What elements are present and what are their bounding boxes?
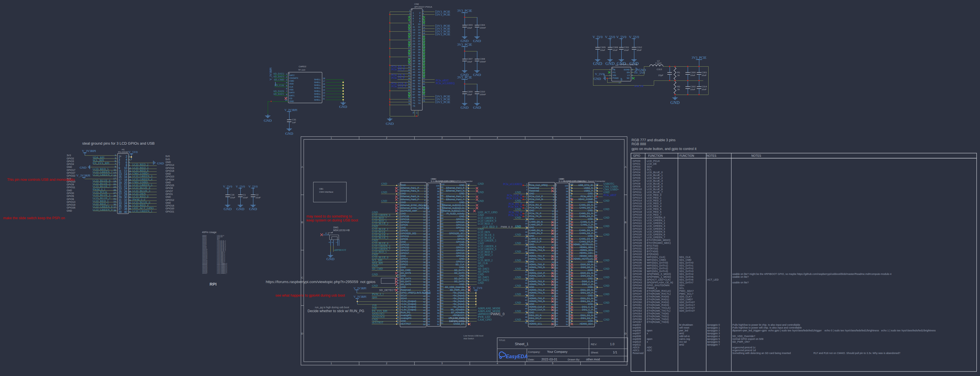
svg-text:77: 77 bbox=[441, 248, 444, 250]
svg-text:GND: GND bbox=[473, 105, 481, 110]
svg-text:usable on lite?: usable on lite? bbox=[732, 281, 749, 284]
svg-text:5V0: 5V0 bbox=[165, 155, 170, 158]
svg-text:&expgpio 3: &expgpio 3 bbox=[707, 332, 720, 335]
svg-text:24: 24 bbox=[397, 248, 399, 250]
svg-text:PWR LED example 2: PWR LED example 2 bbox=[450, 317, 468, 320]
svg-text:48: 48 bbox=[556, 317, 558, 320]
svg-text:37: 37 bbox=[552, 287, 554, 289]
svg-text:ETH(RGMII_RXD0): ETH(RGMII_RXD0) bbox=[647, 295, 669, 298]
svg-text:SPI(SPIFLASH_CE_N): SPI(SPIFLASH_CE_N) bbox=[647, 281, 673, 284]
svg-text:21: 21 bbox=[428, 241, 430, 244]
svg-text:57: 57 bbox=[566, 306, 568, 309]
svg-text:PWM1_0: PWM1_0 bbox=[490, 312, 505, 316]
svg-text:72: 72 bbox=[437, 264, 439, 266]
svg-text:34: 34 bbox=[423, 55, 425, 57]
svg-text:GPIO19: GPIO19 bbox=[67, 203, 75, 206]
svg-text:+5v_(Input): +5v_(Input) bbox=[453, 306, 465, 308]
svg-text:USB2_P: USB2_P bbox=[584, 190, 593, 192]
svg-text:GPIO51: GPIO51 bbox=[633, 304, 642, 306]
svg-text:V_3V3RPI: V_3V3RPI bbox=[76, 174, 91, 177]
svg-text:HDMI1_TX0_P: HDMI1_TX0_P bbox=[529, 263, 545, 266]
svg-text:Ethernet_Pair2_P: Ethernet_Pair2_P bbox=[446, 198, 465, 201]
svg-text:GND: GND bbox=[603, 276, 609, 279]
svg-text:LCD_GREEN_0: LCD_GREEN_0 bbox=[647, 216, 665, 219]
svg-text:53: 53 bbox=[408, 83, 410, 85]
svg-text:16: 16 bbox=[423, 29, 425, 31]
svg-text:36: 36 bbox=[556, 284, 558, 286]
svg-text:50: 50 bbox=[525, 322, 527, 324]
svg-text:GND: GND bbox=[386, 121, 394, 126]
svg-text:74: 74 bbox=[441, 257, 444, 259]
svg-text:71: 71 bbox=[437, 267, 439, 269]
svg-text:GND: GND bbox=[478, 242, 484, 245]
svg-text:ACT_LED: ACT_LED bbox=[707, 278, 719, 281]
svg-text:97: 97 bbox=[441, 191, 444, 194]
svg-text:2: 2 bbox=[386, 137, 387, 139]
svg-text:42: 42 bbox=[423, 66, 425, 68]
svg-text:27: 27 bbox=[413, 48, 415, 51]
svg-text:26: 26 bbox=[556, 255, 558, 258]
svg-text:90: 90 bbox=[437, 213, 439, 215]
svg-text:make the slide switch keep the: make the slide switch keep the PSPi on bbox=[3, 216, 65, 220]
svg-text:SD_DAT2: SD_DAT2 bbox=[454, 280, 465, 283]
svg-text:22: 22 bbox=[423, 244, 425, 247]
svg-text:84: 84 bbox=[441, 228, 444, 231]
svg-text:36: 36 bbox=[525, 282, 527, 284]
svg-text:1: 1 bbox=[526, 183, 527, 185]
svg-text:17: 17 bbox=[428, 230, 430, 233]
svg-text:33: 33 bbox=[408, 55, 410, 57]
svg-text:HDMI0_SCL: HDMI0_SCL bbox=[529, 323, 542, 325]
svg-text:GND: GND bbox=[529, 201, 535, 203]
svg-text:GND: GND bbox=[401, 275, 406, 277]
svg-text:GPIO17: GPIO17 bbox=[67, 169, 75, 172]
svg-text:92: 92 bbox=[595, 206, 597, 208]
svg-text:27: 27 bbox=[525, 257, 527, 259]
svg-text:3: 3 bbox=[398, 189, 399, 191]
svg-text:GPIO32: GPIO32 bbox=[633, 250, 642, 253]
svg-text:55: 55 bbox=[437, 312, 439, 314]
svg-text:23: 23 bbox=[423, 247, 425, 249]
svg-text:GPIO16: GPIO16 bbox=[165, 204, 174, 207]
svg-text:GND: GND bbox=[588, 235, 593, 237]
svg-text:C2: C2 bbox=[256, 193, 259, 196]
svg-text:18: 18 bbox=[129, 178, 131, 182]
svg-text:48: 48 bbox=[418, 76, 420, 79]
svg-text:2: 2 bbox=[556, 187, 557, 190]
svg-text:&expgpio 0: &expgpio 0 bbox=[707, 323, 720, 326]
svg-text:exp510: exp510 bbox=[633, 340, 641, 343]
svg-text:69: 69 bbox=[595, 271, 597, 273]
svg-text:LCD_GREEN_6: LCD_GREEN_6 bbox=[372, 214, 390, 217]
svg-text:56: 56 bbox=[566, 309, 568, 312]
svg-text:49: 49 bbox=[397, 319, 399, 321]
svg-text:GPIO11: GPIO11 bbox=[633, 191, 642, 193]
svg-text:PCIe_TX_N: PCIe_TX_N bbox=[529, 215, 542, 218]
svg-text:79: 79 bbox=[566, 244, 568, 246]
svg-text:28: 28 bbox=[129, 193, 131, 196]
svg-text:CAM1_C_N: CAM1_C_N bbox=[581, 221, 593, 223]
svg-text:15: 15 bbox=[556, 224, 558, 226]
svg-text:SD_CLK: SD_CLK bbox=[455, 263, 465, 266]
svg-text:GPIO29: GPIO29 bbox=[633, 242, 642, 244]
svg-text:GND: GND bbox=[603, 284, 609, 287]
svg-text:WIFI(SD1_DATA3): WIFI(SD1_DATA3) bbox=[647, 270, 668, 272]
svg-text:10: 10 bbox=[418, 23, 420, 25]
svg-text:79: 79 bbox=[437, 244, 439, 247]
svg-text:34: 34 bbox=[428, 278, 430, 280]
svg-text:Ethernet_Pair2_N: Ethernet_Pair2_N bbox=[446, 195, 464, 198]
svg-text:10: 10 bbox=[129, 167, 131, 170]
svg-text:CLK: CLK bbox=[289, 86, 293, 88]
svg-text:62: 62 bbox=[595, 291, 597, 293]
svg-text:GND: GND bbox=[478, 282, 484, 284]
svg-text:USB_OTG_ID: USB_OTG_ID bbox=[578, 184, 593, 186]
svg-text:9: 9 bbox=[409, 21, 410, 23]
svg-text:8: 8 bbox=[553, 204, 554, 207]
svg-text:HDMI1_CLK_P: HDMI1_CLK_P bbox=[529, 272, 546, 274]
svg-text:6: 6 bbox=[428, 199, 429, 201]
svg-text:Sheet_1: Sheet_1 bbox=[515, 342, 528, 346]
svg-text:GPIO46: GPIO46 bbox=[633, 290, 642, 292]
svg-text:94: 94 bbox=[437, 202, 439, 204]
svg-text:PCIe_CLK_P: PCIe_CLK_P bbox=[391, 85, 406, 88]
svg-text:49: 49 bbox=[408, 77, 410, 80]
svg-text:vdd-sd-io: vdd-sd-io bbox=[679, 335, 690, 338]
svg-text:C309: C309 bbox=[467, 91, 473, 93]
